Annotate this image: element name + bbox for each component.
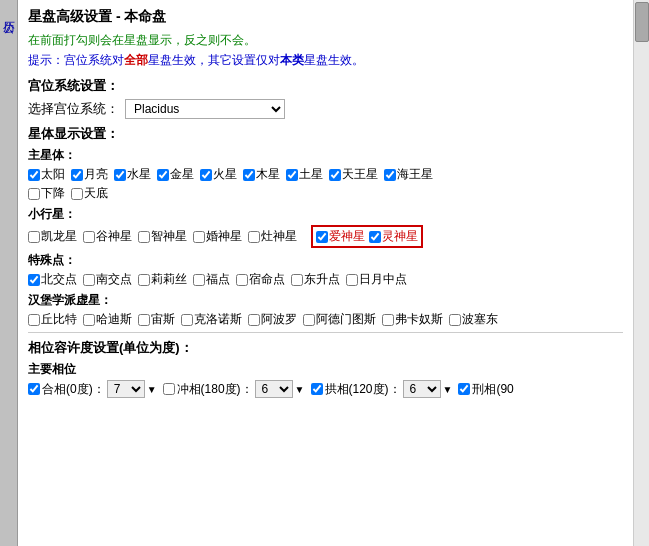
minor-stars-row: 凯龙星 谷神星 智神星 婚神星 灶神星 爱神星 灵神星	[28, 225, 623, 248]
checkbox-fukanu[interactable]: 弗卡奴斯	[382, 311, 443, 328]
checkbox-aishen[interactable]: 爱神星	[316, 228, 365, 245]
select-label: 选择宫位系统：	[28, 100, 119, 118]
hint-all-text: 全部	[124, 53, 148, 67]
scroll-thumb[interactable]	[635, 2, 649, 42]
checkbox-dongsheng[interactable]: 东升点	[291, 271, 340, 288]
aspect-chongxiang-check[interactable]	[163, 383, 175, 395]
highlighted-minor-stars: 爱神星 灵神星	[311, 225, 423, 248]
checkbox-lilisi[interactable]: 莉莉丝	[138, 271, 187, 288]
checkbox-taiyang[interactable]: 太阳	[28, 166, 65, 183]
hanxue-stars-row: 丘比特 哈迪斯 宙斯 克洛诺斯 阿波罗 阿德门图斯 弗卡奴斯 波塞东	[28, 311, 623, 328]
checkbox-riyuezhong[interactable]: 日月中点	[346, 271, 407, 288]
checkbox-ademen[interactable]: 阿德门图斯	[303, 311, 376, 328]
aspect-xingxiang-check[interactable]	[458, 383, 470, 395]
star-display-label: 星体显示设置：	[28, 125, 623, 143]
left-sidebar: 公历	[0, 0, 18, 546]
select-row: 选择宫位系统： Placidus Koch Equal Whole Sign C…	[28, 99, 623, 119]
major-stars-row: 太阳 月亮 水星 金星 火星 木星 土星 天王星 海王星	[28, 166, 623, 183]
hint-mid: 星盘生效，其它设置仅对	[148, 53, 280, 67]
checkbox-tianwangxing[interactable]: 天王星	[329, 166, 378, 183]
checkbox-zhishen[interactable]: 智神星	[138, 228, 187, 245]
major-stars-row2: 下降 天底	[28, 185, 623, 202]
checkbox-suming[interactable]: 宿命点	[236, 271, 285, 288]
checkbox-kailong[interactable]: 凯龙星	[28, 228, 77, 245]
right-panel	[633, 0, 649, 546]
arrow-gong: ▼	[443, 384, 453, 395]
checkbox-shuixing[interactable]: 水星	[114, 166, 151, 183]
checkbox-xiajiang[interactable]: 下降	[28, 185, 65, 202]
checkbox-haiwangxing[interactable]: 海王星	[384, 166, 433, 183]
aspect-gongxiang-label: 拱相(120度)：	[325, 381, 401, 398]
checkbox-yueliang[interactable]: 月亮	[71, 166, 108, 183]
checkbox-keluo[interactable]: 克洛诺斯	[181, 311, 242, 328]
checkbox-tuxing[interactable]: 土星	[286, 166, 323, 183]
page-title: 星盘高级设置 - 本命盘	[28, 8, 623, 26]
hint-this-text: 本类	[280, 53, 304, 67]
checkbox-muxing[interactable]: 木星	[243, 166, 280, 183]
checkbox-jinxing[interactable]: 金星	[157, 166, 194, 183]
palace-system-select[interactable]: Placidus Koch Equal Whole Sign Campanus …	[125, 99, 285, 119]
checkbox-nanjiao[interactable]: 南交点	[83, 271, 132, 288]
special-label: 特殊点：	[28, 252, 623, 269]
divider	[28, 332, 623, 333]
special-stars-row: 北交点 南交点 莉莉丝 福点 宿命点 东升点 日月中点	[28, 271, 623, 288]
checkbox-zhousi[interactable]: 宙斯	[138, 311, 175, 328]
arrow-chong: ▼	[295, 384, 305, 395]
aspect-gongxiang: 拱相(120度)： 61234578 ▼	[311, 380, 453, 398]
content-area: 星盘高级设置 - 本命盘 在前面打勾则会在星盘显示，反之则不会。 提示：宫位系统…	[18, 0, 633, 546]
aspect-gongxiang-check[interactable]	[311, 383, 323, 395]
aspect-row: 合相(0度)： 71234568 ▼ 冲相(180度)： 61234578 ▼ …	[28, 380, 623, 398]
aspect-gongxiang-select[interactable]: 61234578	[403, 380, 441, 398]
aspect-hexiang: 合相(0度)： 71234568 ▼	[28, 380, 157, 398]
hanxue-label: 汉堡学派虚星：	[28, 292, 623, 309]
main-container: 公历 星盘高级设置 - 本命盘 在前面打勾则会在星盘显示，反之则不会。 提示：宫…	[0, 0, 649, 546]
minor-star-label: 小行星：	[28, 206, 623, 223]
aspect-chongxiang-select[interactable]: 61234578	[255, 380, 293, 398]
aspect-section-label: 相位容许度设置(单位为度)：	[28, 339, 623, 357]
checkbox-beijiao[interactable]: 北交点	[28, 271, 77, 288]
aspect-chongxiang-label: 冲相(180度)：	[177, 381, 253, 398]
palace-section-label: 宫位系统设置：	[28, 77, 623, 95]
checkbox-lingshen[interactable]: 灵神星	[369, 228, 418, 245]
hint-blue-prefix: 提示：宫位系统对	[28, 53, 124, 67]
aspect-hexiang-label: 合相(0度)：	[42, 381, 105, 398]
checkbox-tiandi[interactable]: 天底	[71, 185, 108, 202]
arrow-hexiang: ▼	[147, 384, 157, 395]
aspect-xingxiang: 刑相(90	[458, 381, 513, 398]
aspect-hexiang-select[interactable]: 71234568	[107, 380, 145, 398]
checkbox-gushen[interactable]: 谷神星	[83, 228, 132, 245]
checkbox-huoxing[interactable]: 火星	[200, 166, 237, 183]
hint-green: 在前面打勾则会在星盘显示，反之则不会。	[28, 32, 623, 49]
hint-suffix: 星盘生效。	[304, 53, 364, 67]
aspect-xingxiang-label: 刑相(90	[472, 381, 513, 398]
checkbox-hadisi[interactable]: 哈迪斯	[83, 311, 132, 328]
aspect-major-label: 主要相位	[28, 361, 623, 378]
aspect-hexiang-check[interactable]	[28, 383, 40, 395]
hint-blue: 提示：宫位系统对全部星盘生效，其它设置仅对本类星盘生效。	[28, 52, 623, 69]
checkbox-hunshen[interactable]: 婚神星	[193, 228, 242, 245]
checkbox-abuluo[interactable]: 阿波罗	[248, 311, 297, 328]
checkbox-bosaidan[interactable]: 波塞东	[449, 311, 498, 328]
aspect-chongxiang: 冲相(180度)： 61234578 ▼	[163, 380, 305, 398]
checkbox-zaoshen[interactable]: 灶神星	[248, 228, 297, 245]
major-star-label: 主星体：	[28, 147, 623, 164]
checkbox-qiubite[interactable]: 丘比特	[28, 311, 77, 328]
checkbox-fudian[interactable]: 福点	[193, 271, 230, 288]
